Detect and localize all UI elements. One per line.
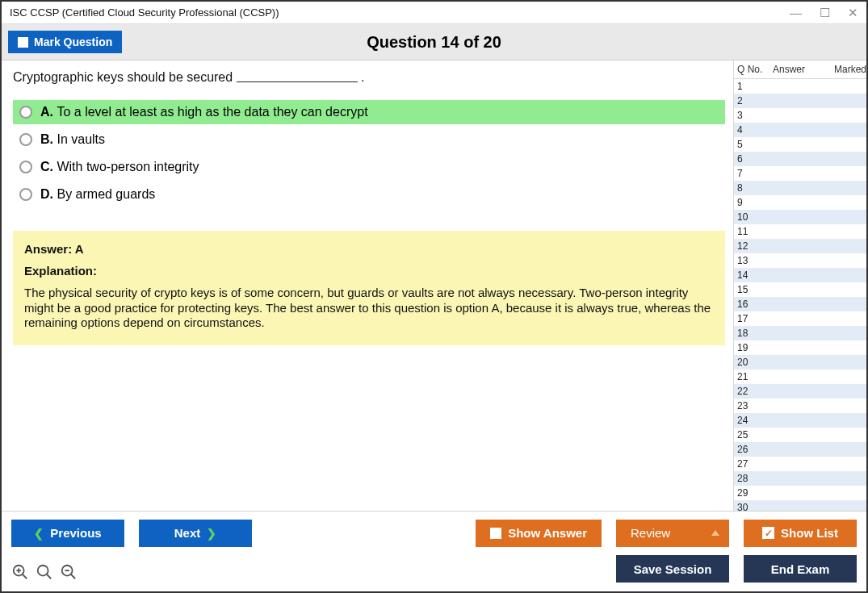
main-pane: Cryptographic keys should be secured . A… xyxy=(2,61,733,511)
footer-row-2: Save Session End Exam xyxy=(11,555,857,583)
previous-button[interactable]: ❮ Previous xyxy=(11,520,124,547)
question-row[interactable]: 30 xyxy=(734,500,866,511)
option-radio[interactable] xyxy=(19,133,32,146)
mark-question-button[interactable]: Mark Question xyxy=(8,31,122,53)
question-number: 13 xyxy=(737,255,773,266)
checkbox-checked-icon: ✓ xyxy=(762,527,774,539)
question-row[interactable]: 12 xyxy=(734,239,866,253)
option-d[interactable]: D. By armed guards xyxy=(13,182,725,207)
option-label: C. With two-person integrity xyxy=(40,160,199,174)
question-row[interactable]: 10 xyxy=(734,210,866,224)
question-row[interactable]: 11 xyxy=(734,224,866,239)
zoom-controls xyxy=(11,563,78,583)
question-number: 2 xyxy=(737,95,773,106)
question-number: 11 xyxy=(737,226,773,237)
question-number: 29 xyxy=(737,487,773,499)
checkbox-icon xyxy=(18,37,28,48)
question-number: 23 xyxy=(737,400,773,411)
question-row[interactable]: 27 xyxy=(734,457,866,471)
question-text: Cryptographic keys should be secured . xyxy=(13,70,725,85)
question-row[interactable]: 17 xyxy=(734,311,866,326)
question-row[interactable]: 9 xyxy=(734,195,866,210)
question-number: 30 xyxy=(737,502,773,511)
option-b[interactable]: B. In vaults xyxy=(13,127,725,152)
question-row[interactable]: 22 xyxy=(734,384,866,399)
footer-row-1: ❮ Previous Next ❯ Show Answer Review ✓ S… xyxy=(11,520,857,547)
question-row[interactable]: 16 xyxy=(734,297,866,311)
save-session-button[interactable]: Save Session xyxy=(616,555,729,583)
question-row[interactable]: 29 xyxy=(734,486,866,500)
zoom-out-icon[interactable] xyxy=(60,563,78,583)
question-number: 7 xyxy=(737,168,773,179)
mark-question-label: Mark Question xyxy=(34,35,112,48)
show-answer-button[interactable]: Show Answer xyxy=(476,520,602,547)
next-button[interactable]: Next ❯ xyxy=(139,520,252,547)
question-number: 9 xyxy=(737,197,773,208)
question-number: 15 xyxy=(737,284,773,295)
question-row[interactable]: 21 xyxy=(734,370,866,384)
question-number: 26 xyxy=(737,444,773,455)
content-row: Cryptographic keys should be secured . A… xyxy=(2,61,866,511)
window-controls: — ☐ ✕ xyxy=(790,6,858,19)
question-row[interactable]: 8 xyxy=(734,181,866,195)
question-row[interactable]: 20 xyxy=(734,355,866,370)
question-number: 17 xyxy=(737,313,773,324)
question-row[interactable]: 6 xyxy=(734,152,866,166)
question-row[interactable]: 25 xyxy=(734,428,866,442)
minimize-icon[interactable]: — xyxy=(790,6,802,19)
window-title: ISC CCSP (Certified Cloud Security Profe… xyxy=(10,6,279,19)
question-row[interactable]: 13 xyxy=(734,253,866,268)
question-row[interactable]: 4 xyxy=(734,123,866,137)
question-row[interactable]: 23 xyxy=(734,399,866,413)
question-row[interactable]: 24 xyxy=(734,413,866,428)
option-radio[interactable] xyxy=(19,106,32,119)
review-button[interactable]: Review xyxy=(616,520,729,547)
question-row[interactable]: 15 xyxy=(734,282,866,297)
end-exam-button[interactable]: End Exam xyxy=(744,555,857,583)
option-a[interactable]: A. To a level at least as high as the da… xyxy=(13,100,725,124)
answer-line: Answer: A xyxy=(24,242,714,256)
option-radio[interactable] xyxy=(19,161,32,173)
close-icon[interactable]: ✕ xyxy=(848,6,858,19)
question-row[interactable]: 7 xyxy=(734,166,866,181)
zoom-reset-icon[interactable] xyxy=(11,563,29,583)
question-number: 16 xyxy=(737,299,773,310)
question-number: 25 xyxy=(737,429,773,441)
option-c[interactable]: C. With two-person integrity xyxy=(13,155,725,179)
option-radio[interactable] xyxy=(19,188,32,201)
question-list-panel: Q No. Answer Marked 12345678910111213141… xyxy=(733,61,866,511)
option-label: D. By armed guards xyxy=(40,187,155,202)
question-row[interactable]: 1 xyxy=(734,79,866,94)
question-number: 8 xyxy=(737,182,773,194)
show-list-button[interactable]: ✓ Show List xyxy=(744,520,857,547)
svg-line-7 xyxy=(71,574,76,579)
maximize-icon[interactable]: ☐ xyxy=(820,6,830,19)
svg-line-5 xyxy=(47,574,52,579)
footer: ❮ Previous Next ❯ Show Answer Review ✓ S… xyxy=(2,511,866,591)
question-row[interactable]: 3 xyxy=(734,108,866,123)
question-list-header: Q No. Answer Marked xyxy=(734,61,866,79)
chevron-left-icon: ❮ xyxy=(34,527,44,540)
question-row[interactable]: 5 xyxy=(734,137,866,152)
question-number: 21 xyxy=(737,371,773,382)
question-number: 24 xyxy=(737,415,773,426)
question-list-scroll[interactable]: 1234567891011121314151617181920212223242… xyxy=(734,79,866,511)
question-number: 3 xyxy=(737,110,773,121)
question-number: 19 xyxy=(737,342,773,353)
question-row[interactable]: 18 xyxy=(734,326,866,340)
question-row[interactable]: 28 xyxy=(734,471,866,486)
chevron-right-icon: ❯ xyxy=(207,527,216,540)
col-marked: Marked xyxy=(834,64,866,75)
question-row[interactable]: 19 xyxy=(734,340,866,355)
zoom-in-icon[interactable] xyxy=(36,563,53,583)
question-number: 28 xyxy=(737,473,773,484)
question-row[interactable]: 26 xyxy=(734,442,866,457)
svg-line-1 xyxy=(23,574,27,579)
question-row[interactable]: 2 xyxy=(734,94,866,108)
option-label: A. To a level at least as high as the da… xyxy=(40,105,368,119)
question-number: 1 xyxy=(737,81,773,92)
square-icon xyxy=(490,528,501,539)
question-number: 4 xyxy=(737,124,773,136)
question-number: 18 xyxy=(737,328,773,339)
question-row[interactable]: 14 xyxy=(734,268,866,282)
